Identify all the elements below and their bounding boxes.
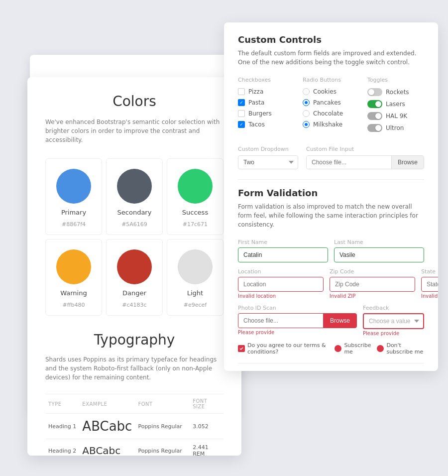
- typo-example-h1: ABCabc: [82, 419, 132, 434]
- toggle-lasers[interactable]: Lasers: [367, 100, 424, 108]
- custom-controls-desc: The default custom form fields are impro…: [238, 49, 424, 67]
- photo-file-input[interactable]: [238, 313, 323, 328]
- checkbox-pasta[interactable]: ✓ Pasta: [238, 99, 295, 106]
- form-validation-title: Form Validation: [238, 188, 424, 198]
- zip-input[interactable]: [330, 277, 415, 292]
- typography-table: TYPE EXAMPLE FONT FONT SIZE Heading 1 AB…: [45, 394, 224, 456]
- typo-col-type: TYPE: [45, 394, 79, 414]
- color-item-danger: Danger #c4183c: [106, 239, 163, 316]
- state-input[interactable]: [421, 277, 438, 292]
- photo-browse-button[interactable]: Browse: [323, 313, 357, 328]
- custom-dropdown-label: Custom Dropdown: [238, 146, 298, 152]
- toggle-hal[interactable]: HAL 9K: [367, 112, 424, 120]
- feedback-label: Feedback: [363, 305, 424, 311]
- toggle-rockets[interactable]: Rockets: [367, 88, 424, 96]
- card-left: Colors We've enhanced Bootstrap's semant…: [27, 77, 241, 456]
- radio-pancakes[interactable]: Pancakes: [303, 99, 359, 106]
- colors-description: We've enhanced Bootstrap's semantic colo…: [45, 118, 224, 144]
- radio-cookies[interactable]: Cookies: [303, 88, 359, 95]
- color-item-secondary: Secondary #5A6169: [106, 158, 163, 235]
- form-row-names: First Name Last Name: [238, 239, 424, 262]
- toggle-hal-label: HAL 9K: [386, 113, 407, 119]
- color-hex-primary: #8867f4: [62, 221, 86, 228]
- radios-label: Radio Buttons: [303, 77, 359, 83]
- toggle-ultron[interactable]: Ultron: [367, 124, 424, 132]
- typo-size-h2: 2.441 REM: [190, 439, 224, 456]
- color-grid: Primary #8867f4 Secondary #5A6169 Succes…: [45, 158, 224, 316]
- checkbox-tacos[interactable]: ✓ Tacos: [238, 121, 295, 128]
- toggle-hal-switch[interactable]: [367, 112, 382, 120]
- checkbox-tacos-label: Tacos: [248, 121, 265, 128]
- card-right: Custom Controls The default custom form …: [224, 22, 438, 371]
- typo-example-h2: ABCabc: [82, 445, 120, 456]
- checkbox-tacos-box[interactable]: ✓: [238, 121, 245, 128]
- dont-subscribe-item[interactable]: Don't subscribe me: [377, 342, 424, 355]
- custom-dropdown-select[interactable]: Two One Three: [238, 155, 298, 169]
- radio-milkshake[interactable]: Milkshake: [303, 121, 359, 128]
- subscribe-radio[interactable]: [335, 345, 341, 352]
- subscribe-item[interactable]: Subscribe me: [335, 342, 371, 355]
- checkbox-burgers[interactable]: Burgers: [238, 110, 295, 117]
- subscribe-label: Subscribe me: [344, 342, 371, 355]
- feedback-error: Please provide: [363, 331, 424, 336]
- form-row-location: Location Invalid location Zip Code Inval…: [238, 268, 424, 299]
- custom-file-col: Custom File Input Browse: [306, 146, 424, 169]
- typo-example-h1-cell: ABCabc: [79, 414, 135, 439]
- last-name-input[interactable]: [334, 247, 424, 262]
- checkbox-pizza[interactable]: Pizza: [238, 88, 295, 95]
- radio-milkshake-btn[interactable]: [303, 121, 310, 128]
- agree-terms-item[interactable]: Do you agree to our terms & conditions?: [238, 342, 329, 355]
- last-name-group: Last Name: [334, 239, 424, 262]
- first-name-label: First Name: [238, 239, 328, 245]
- color-name-light: Light: [187, 289, 203, 297]
- zip-error: Invalid ZIP: [330, 293, 415, 299]
- location-input[interactable]: [238, 277, 324, 292]
- photo-error: Please provide: [238, 330, 357, 335]
- custom-file-label: Custom File Input: [306, 146, 424, 152]
- photo-file-group: Browse: [238, 313, 357, 328]
- photo-id-group: Photo ID Scan Browse Please provide: [238, 305, 357, 336]
- color-circle-light: [178, 249, 213, 284]
- custom-file-input[interactable]: [307, 156, 391, 169]
- toggles-col: Toggles Rockets Lasers HAL 9K: [367, 77, 424, 136]
- typo-example-h2-cell: ABCabc: [79, 439, 135, 456]
- custom-file-browse-button[interactable]: Browse: [391, 156, 424, 169]
- checkbox-burgers-box[interactable]: [238, 110, 245, 117]
- checkboxes-label: Checkboxes: [238, 77, 295, 83]
- dont-subscribe-label: Don't subscribe me: [386, 342, 424, 355]
- slider-divider: [238, 363, 424, 363]
- color-circle-success: [178, 169, 213, 204]
- radio-cookies-btn[interactable]: [303, 88, 310, 95]
- color-circle-warning: [56, 249, 91, 284]
- color-item-success: Success #17c671: [167, 158, 224, 235]
- checkbox-pasta-box[interactable]: ✓: [238, 99, 245, 106]
- radio-pancakes-btn[interactable]: [303, 99, 310, 106]
- dont-subscribe-radio[interactable]: [377, 345, 384, 352]
- colors-title: Colors: [45, 93, 224, 110]
- toggle-ultron-label: Ultron: [386, 124, 404, 131]
- color-circle-secondary: [117, 169, 152, 204]
- radio-chocolate[interactable]: Chocolate: [303, 110, 359, 117]
- color-name-success: Success: [182, 209, 208, 216]
- form-validation-desc: Form validation is also improved to matc…: [238, 202, 424, 229]
- section-divider: [238, 179, 424, 180]
- first-name-group: First Name: [238, 239, 328, 262]
- color-circle-primary: [56, 169, 91, 204]
- typo-font-h2: Poppins Regular: [135, 439, 190, 456]
- custom-fields-row: Custom Dropdown Two One Three Custom Fil…: [238, 146, 424, 169]
- feedback-group: Feedback Choose a value Good Bad Please …: [363, 305, 424, 336]
- photo-id-label: Photo ID Scan: [238, 305, 357, 311]
- feedback-select[interactable]: Choose a value Good Bad: [363, 313, 424, 329]
- toggle-lasers-switch[interactable]: [367, 100, 382, 108]
- custom-dropdown-col: Custom Dropdown Two One Three: [238, 146, 298, 169]
- color-item-warning: Warning #ffb480: [45, 239, 102, 316]
- agree-check-icon[interactable]: [238, 345, 245, 352]
- radio-chocolate-btn[interactable]: [303, 110, 310, 117]
- toggle-rockets-switch[interactable]: [367, 88, 382, 96]
- first-name-input[interactable]: [238, 247, 328, 262]
- checkbox-burgers-label: Burgers: [248, 110, 272, 117]
- form-row-photo-feedback: Photo ID Scan Browse Please provide Feed…: [238, 305, 424, 336]
- last-name-label: Last Name: [334, 239, 424, 245]
- checkbox-pizza-box[interactable]: [238, 88, 245, 95]
- toggle-ultron-switch[interactable]: [367, 124, 382, 132]
